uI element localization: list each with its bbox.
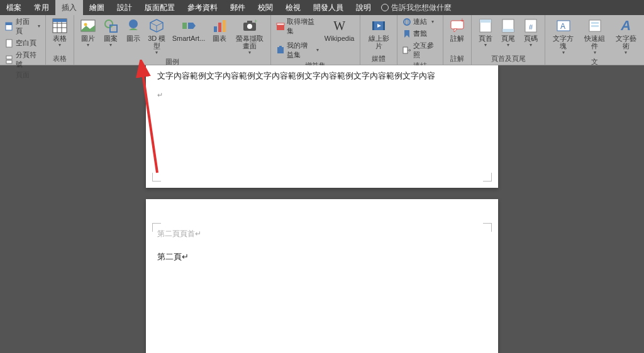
pictures-icon — [80, 18, 96, 34]
header-button[interactable]: 頁首▾ — [475, 16, 496, 49]
svg-rect-21 — [218, 23, 221, 32]
shapes-icon — [103, 18, 119, 34]
svg-rect-34 — [383, 21, 385, 30]
tab-mailings[interactable]: 郵件 — [224, 0, 252, 15]
screenshot-button[interactable]: +螢幕擷取畫面▾ — [232, 16, 267, 57]
shapes-button[interactable]: 圖案▾ — [101, 16, 121, 49]
page-number-button[interactable]: #頁碼▾ — [521, 16, 541, 49]
group-comments: +註解 註解 — [443, 15, 472, 65]
textbox-button[interactable]: A文字方塊▾ — [549, 16, 578, 57]
page-2[interactable]: 第二頁頁首↵ 第二頁↵ — [146, 199, 498, 353]
tab-insert[interactable]: 插入 — [55, 0, 83, 15]
tab-view[interactable]: 檢視 — [279, 0, 307, 15]
svg-rect-4 — [6, 60, 12, 63]
svg-point-24 — [247, 24, 252, 29]
tab-file[interactable]: 檔案 — [0, 0, 28, 15]
page-1[interactable]: 文字內容範例文字內容範例文字內容範例文字內容範例文字內容範例文字內容 ↵ — [146, 65, 498, 188]
bookmark-button[interactable]: 書籤 — [401, 28, 439, 39]
svg-point-12 — [84, 23, 87, 26]
svg-rect-1 — [6, 23, 12, 25]
quick-parts-button[interactable]: 快速組件▾ — [580, 16, 609, 57]
smartart-button[interactable]: SmartArt... — [170, 16, 208, 43]
svg-rect-22 — [223, 20, 226, 32]
blank-page-button[interactable]: 空白頁 — [4, 38, 42, 48]
comment-button[interactable]: +註解 — [447, 16, 467, 43]
body-text[interactable]: 文字內容範例文字內容範例文字內容範例文字內容範例文字內容範例文字內容 — [146, 65, 498, 82]
wordart-button[interactable]: A文字藝術▾ — [611, 16, 640, 57]
chart-button[interactable]: 圖表 — [209, 16, 230, 43]
page2-body-text[interactable]: 第二頁↵ — [146, 239, 498, 263]
svg-rect-10 — [53, 19, 67, 22]
svg-rect-28 — [277, 23, 284, 25]
addins-icon — [276, 46, 285, 55]
pictures-button[interactable]: 圖片▾ — [78, 16, 98, 49]
footer-button[interactable]: 頁尾▾ — [498, 16, 518, 49]
video-icon — [370, 18, 387, 34]
cover-page-icon — [5, 22, 14, 31]
online-video-button[interactable]: 線上影片 — [364, 16, 393, 51]
tab-review[interactable]: 校閱 — [252, 0, 279, 15]
cross-reference-button[interactable]: 交互參照 — [401, 40, 439, 60]
table-button[interactable]: 表格▾ — [50, 16, 70, 49]
group-links: 連結▾ 書籤 交互參照 連結 — [397, 15, 443, 65]
comment-icon: + — [449, 18, 465, 34]
page-break-icon — [5, 55, 14, 64]
icons-button[interactable]: 圖示 — [123, 16, 143, 43]
svg-text:#: # — [529, 23, 533, 31]
group-illustrations: 圖片▾ 圖案▾ 圖示 3D 模型▾ SmartArt... 圖表 +螢幕擷取畫面… — [74, 15, 272, 65]
tell-me-search[interactable]: 告訴我您想做什麼 — [381, 3, 452, 13]
svg-rect-25 — [247, 21, 252, 23]
tab-bar: 檔案 常用 插入 繪圖 設計 版面配置 參考資料 郵件 校閱 檢視 開發人員 說… — [0, 0, 644, 15]
cover-page-button[interactable]: 封面頁▾ — [4, 16, 42, 36]
smartart-icon — [180, 18, 197, 34]
get-addins-button[interactable]: 取得增益集 — [275, 16, 319, 36]
tab-draw[interactable]: 繪圖 — [83, 0, 111, 15]
svg-text:+: + — [460, 18, 464, 24]
svg-rect-29 — [277, 47, 284, 53]
document-canvas[interactable]: 文字內容範例文字內容範例文字內容範例文字內容範例文字內容範例文字內容 ↵ 第二頁… — [0, 65, 644, 353]
tab-home[interactable]: 常用 — [28, 0, 55, 15]
margin-corner — [483, 223, 492, 232]
svg-text:A: A — [560, 22, 565, 31]
3d-models-button[interactable]: 3D 模型▾ — [146, 16, 168, 57]
bookmark-icon — [402, 30, 411, 38]
svg-rect-20 — [214, 26, 217, 32]
svg-point-13 — [105, 20, 113, 28]
group-header-footer: 頁首▾ 頁尾▾ #頁碼▾ 頁首及頁尾 — [472, 15, 545, 65]
tab-design[interactable]: 設計 — [111, 0, 138, 15]
footer-icon — [500, 18, 516, 34]
store-icon — [276, 22, 285, 31]
tab-developer[interactable]: 開發人員 — [307, 0, 350, 15]
svg-rect-18 — [182, 23, 187, 29]
quickparts-icon — [587, 18, 603, 34]
link-icon — [402, 18, 411, 26]
ribbon: 封面頁▾ 空白頁 分頁符號 頁面 表格▾ 表格 圖片▾ 圖案▾ 圖示 3D 模型… — [0, 15, 644, 65]
svg-rect-45 — [502, 29, 514, 32]
tab-help[interactable]: 說明 — [350, 0, 377, 15]
svg-point-15 — [129, 19, 138, 28]
svg-text:+: + — [254, 18, 257, 24]
svg-rect-52 — [591, 25, 599, 27]
svg-marker-40 — [454, 29, 457, 32]
page2-header-text[interactable]: 第二頁頁首↵ — [146, 199, 498, 239]
table-icon — [52, 18, 68, 34]
tab-layout[interactable]: 版面配置 — [138, 0, 181, 15]
wikipedia-icon: W — [331, 18, 348, 34]
link-button[interactable]: 連結▾ — [401, 16, 439, 27]
group-comments-label: 註解 — [447, 53, 467, 65]
svg-marker-19 — [188, 23, 196, 29]
svg-rect-30 — [279, 46, 282, 48]
xref-icon — [402, 46, 411, 55]
margin-corner — [152, 223, 161, 232]
chart-icon — [211, 18, 228, 34]
group-pages: 封面頁▾ 空白頁 分頁符號 頁面 — [0, 15, 46, 65]
lightbulb-icon — [381, 4, 389, 11]
my-addins-button[interactable]: 我的增益集▾ — [275, 40, 319, 60]
wikipedia-button[interactable]: WWikipedia — [323, 16, 357, 43]
svg-rect-51 — [591, 22, 599, 24]
tab-references[interactable]: 參考資料 — [181, 0, 224, 15]
cube-icon — [148, 18, 165, 34]
tell-me-label: 告訴我您想做什麼 — [391, 3, 452, 13]
page-number-icon: # — [523, 18, 539, 34]
svg-rect-38 — [403, 47, 408, 53]
